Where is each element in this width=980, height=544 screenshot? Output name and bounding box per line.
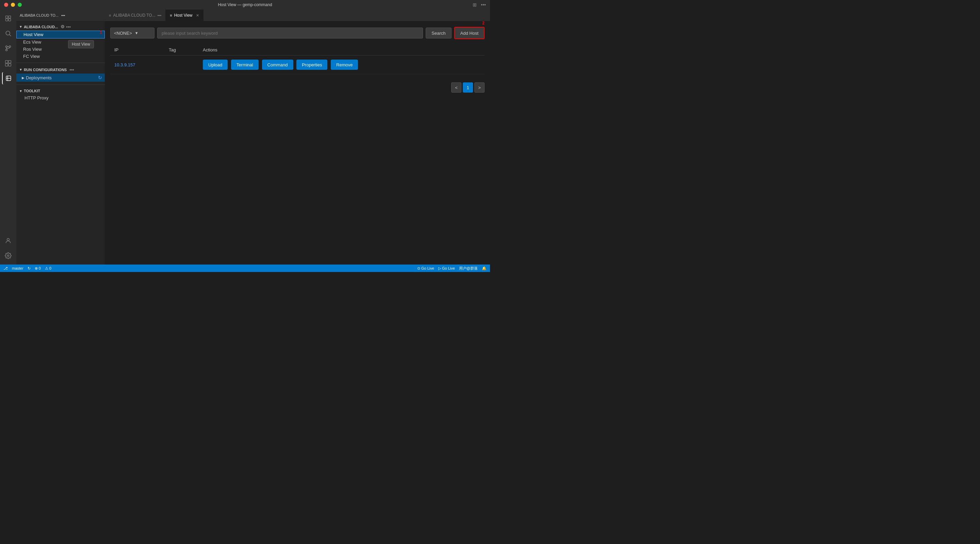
activity-search[interactable] — [2, 27, 14, 40]
upload-button[interactable]: Upload — [203, 59, 228, 70]
activity-bar — [0, 10, 16, 265]
toolkit-section: ▼ TOOLKIT HTTP Proxy — [16, 86, 105, 103]
add-host-button[interactable]: Add Host — [455, 27, 484, 38]
svg-rect-2 — [6, 19, 8, 21]
refresh-icon[interactable]: ↻ — [98, 75, 102, 80]
tab-title-alibaba: ALIBABA CLOUD TO... — [113, 13, 155, 18]
activity-settings[interactable] — [2, 249, 14, 262]
svg-point-6 — [6, 46, 8, 48]
toolkit-item-http-proxy[interactable]: HTTP Proxy — [16, 94, 105, 101]
status-bar-right: ⊙ Go Live ▷ Go Live 用户@群落 🔔 — [417, 266, 487, 271]
svg-rect-3 — [8, 19, 11, 21]
cell-tag — [165, 56, 199, 74]
svg-rect-9 — [5, 61, 8, 63]
go-live-2[interactable]: ▷ Go Live — [438, 266, 455, 271]
pagination-page-1[interactable]: 1 — [463, 82, 473, 93]
dropdown-value: <NONE> — [114, 30, 132, 36]
cell-ip: 10.3.9.157 — [110, 56, 165, 74]
toolkit-label: TOOLKIT — [24, 89, 40, 93]
run-configurations-label: RUN CONFIGURATIONS — [24, 68, 67, 72]
remove-button[interactable]: Remove — [331, 59, 358, 70]
col-actions: Actions — [199, 45, 485, 56]
tabs-bar: ≡ ALIBABA CLOUD TO... ••• ≡ Host View ✕ — [105, 10, 490, 21]
add-host-border: Add Host — [454, 27, 485, 39]
title-bar: Host View — gemp-command ⊞ ••• — [0, 0, 490, 10]
alibaba-cloud-label: ALIBABA CLOUD... — [24, 25, 58, 29]
run-configurations-header[interactable]: ▼ RUN CONFIGURATIONS ••• — [16, 66, 105, 73]
svg-point-16 — [7, 238, 10, 241]
terminal-button[interactable]: Terminal — [231, 59, 259, 70]
ros-view-label: Ros View — [23, 47, 42, 52]
sidebar-item-host-view[interactable]: Host View — [16, 30, 105, 38]
search-button[interactable]: Search — [426, 27, 451, 38]
sidebar-item-fc-view[interactable]: FC View — [16, 53, 105, 60]
errors-count: ⊗ 0 — [35, 266, 41, 271]
dots-icon[interactable]: ••• — [66, 24, 71, 29]
pagination-next[interactable]: > — [474, 82, 485, 93]
svg-line-5 — [10, 35, 11, 37]
fc-view-label: FC View — [23, 54, 40, 59]
gear-icon[interactable]: ⚙ — [60, 24, 65, 29]
annotation-1: 1 — [100, 30, 102, 35]
command-button[interactable]: Command — [262, 59, 293, 70]
tab-dots-alibaba[interactable]: ••• — [158, 13, 162, 18]
split-editor-icon[interactable]: ⊞ — [473, 2, 477, 8]
more-options-icon[interactable]: ••• — [481, 2, 486, 8]
svg-point-8 — [6, 49, 8, 51]
run-configurations-section: ▼ RUN CONFIGURATIONS ••• ▶ Deployments ↻ — [16, 64, 105, 83]
sidebar-tab-dots[interactable]: ••• — [61, 13, 65, 18]
svg-point-4 — [6, 31, 10, 35]
ecs-view-label: Ecs View — [23, 40, 41, 45]
tab-title-host-view: Host View — [174, 13, 192, 18]
tab-alibaba-cloud[interactable]: ≡ ALIBABA CLOUD TO... ••• — [105, 9, 166, 21]
pagination-prev[interactable]: < — [451, 82, 461, 93]
window-controls[interactable] — [4, 3, 22, 7]
col-tag: Tag — [165, 45, 199, 56]
tab-host-view[interactable]: ≡ Host View ✕ — [166, 9, 203, 21]
alibaba-cloud-header[interactable]: ▼ ALIBABA CLOUD... ⚙ ••• — [16, 23, 105, 30]
app-body: ALIBABA CLOUD TO... ••• ▼ ALIBABA CLOUD.… — [0, 10, 490, 265]
sidebar-divider-2 — [16, 85, 105, 85]
deployments-label: Deployments — [26, 75, 52, 80]
svg-rect-11 — [5, 64, 8, 66]
chevron-down-icon-run: ▼ — [19, 68, 22, 72]
minimize-button[interactable] — [11, 3, 15, 7]
chevron-right-icon: ▶ — [22, 76, 24, 80]
window-title: Host View — gemp-command — [218, 2, 272, 7]
host-view-content: <NONE> ▼ Search 2 Add Host — [105, 21, 490, 265]
tab-close-host-view[interactable]: ✕ — [196, 13, 199, 18]
warnings-count: ⚠ 0 — [45, 266, 51, 271]
notification-icon[interactable]: 🔔 — [482, 266, 487, 271]
search-input[interactable] — [157, 27, 423, 38]
activity-explorer[interactable] — [2, 12, 14, 24]
svg-rect-10 — [8, 61, 11, 63]
activity-extensions[interactable] — [2, 57, 14, 69]
activity-account[interactable] — [2, 235, 14, 247]
activity-plugin[interactable] — [2, 72, 14, 85]
host-view-tooltip: Host View — [68, 40, 94, 48]
maximize-button[interactable] — [18, 3, 22, 7]
properties-button[interactable]: Properties — [296, 59, 327, 70]
pagination: < 1 > — [110, 80, 485, 93]
activity-source-control[interactable] — [2, 42, 14, 54]
branch-name[interactable]: master — [12, 266, 24, 270]
user-info: 用户@群落 — [459, 266, 478, 271]
run-config-dots[interactable]: ••• — [69, 67, 74, 72]
sidebar-tab-title: ALIBABA CLOUD TO... — [20, 13, 59, 18]
go-live-1[interactable]: ⊙ Go Live — [417, 266, 434, 271]
svg-rect-12 — [8, 64, 11, 66]
close-button[interactable] — [4, 3, 8, 7]
activity-bottom — [2, 235, 14, 265]
svg-rect-1 — [8, 16, 11, 18]
title-bar-actions: ⊞ ••• — [473, 2, 486, 8]
filter-dropdown[interactable]: <NONE> ▼ — [110, 27, 154, 38]
ip-link[interactable]: 10.3.9.157 — [115, 62, 135, 67]
deployments-row[interactable]: ▶ Deployments ↻ — [16, 73, 105, 82]
table-body: 10.3.9.157 Upload Terminal — [110, 56, 485, 74]
host-table: IP Tag Actions — [110, 45, 485, 74]
toolkit-header[interactable]: ▼ TOOLKIT — [16, 88, 105, 94]
table-header: IP Tag Actions — [110, 45, 485, 56]
col-ip: IP — [110, 45, 165, 56]
sync-icon[interactable]: ↻ — [27, 266, 30, 271]
svg-point-7 — [9, 46, 11, 48]
